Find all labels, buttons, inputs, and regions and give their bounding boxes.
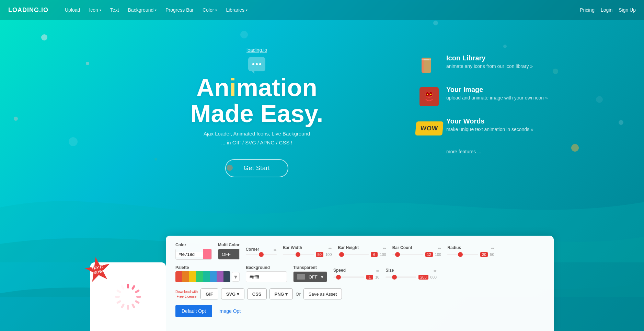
transparent-label: Transparent [293, 265, 327, 270]
speed-label: Speed [333, 268, 346, 273]
size-slider: 200 800 [386, 275, 437, 280]
bar-count-max: 100 [435, 252, 441, 257]
radius-label: Radius [447, 245, 461, 250]
hero-section: loading.io Animation Made Easy. [0, 0, 644, 331]
bar-count-label: Bar Count [392, 245, 412, 250]
or-text: Or [296, 292, 300, 297]
panel-row-1: Color Multi Color OFF [175, 243, 544, 260]
edit-icon[interactable]: ✏ [491, 246, 494, 251]
transparent-field: Transparent OFF ▾ [293, 265, 327, 282]
palette-swatch-color[interactable] [210, 271, 217, 282]
color-swatch[interactable] [203, 249, 211, 260]
radius-field: Radius ✏ 20 50 [447, 245, 494, 257]
nav-right: Pricing Login Sign Up [580, 7, 636, 13]
palette-swatches [175, 271, 230, 282]
color-field: Color [175, 243, 212, 260]
chat-dot [259, 63, 261, 65]
nav-pricing[interactable]: Pricing [580, 7, 595, 13]
color-input-wrapper [175, 249, 212, 260]
default-opt-button[interactable]: Default Opt [175, 305, 212, 317]
svg-point-8 [430, 94, 432, 95]
edit-icon[interactable]: ✏ [329, 246, 332, 251]
nav-link-progress-bar[interactable]: Progress Bar [161, 5, 198, 15]
bar-count-slider-input[interactable] [392, 254, 423, 255]
spinner-preview: TRY ITNOW [90, 262, 166, 331]
nav-signup[interactable]: Sign Up [619, 7, 636, 13]
edit-icon[interactable]: ✏ [376, 269, 379, 273]
deco-dot [433, 21, 438, 25]
png-download-button[interactable]: PNG ▾ [269, 288, 293, 299]
palette-swatch-color[interactable] [182, 271, 189, 282]
nav-link-icon[interactable]: Icon ▾ [85, 5, 105, 15]
nav-link-text[interactable]: Text [106, 5, 123, 15]
svg-point-4 [422, 89, 437, 104]
nav-login[interactable]: Login [601, 7, 612, 13]
svg-point-7 [427, 94, 428, 95]
edit-icon[interactable]: ✏ [434, 269, 437, 273]
bar-width-value: 50 [316, 252, 323, 257]
image-opt-button[interactable]: Image Opt [218, 308, 241, 314]
nav-link-color[interactable]: Color ▾ [198, 5, 221, 15]
download-label: Download with Free License [175, 289, 198, 299]
speed-slider-input[interactable] [333, 276, 364, 278]
highlight-letter: i [229, 74, 236, 101]
loading-io-link[interactable]: loading.io [246, 47, 267, 53]
size-value: 200 [418, 275, 428, 280]
controls-panel: Color Multi Color OFF [166, 236, 554, 331]
edit-icon[interactable]: ✏ [438, 246, 441, 251]
svg-rect-20 [120, 285, 125, 290]
save-asset-button[interactable]: Save as Asset [303, 288, 342, 299]
panel-row-3: Default Opt Image Opt [175, 305, 544, 317]
palette-swatch-color[interactable] [203, 271, 210, 282]
size-slider-input[interactable] [386, 276, 416, 278]
gif-download-button[interactable]: GIF [200, 288, 218, 299]
palette-swatch-color[interactable] [196, 271, 203, 282]
palette-swatch-color[interactable] [217, 271, 223, 282]
multi-color-field: Multi Color OFF [218, 243, 240, 260]
hero-main: loading.io Animation Made Easy. [95, 40, 549, 177]
color-text-input[interactable] [176, 252, 203, 257]
svg-rect-17 [116, 300, 122, 304]
corner-slider-input[interactable] [246, 254, 277, 255]
deco-dot [619, 120, 623, 125]
background-label: Background [246, 265, 287, 270]
feature-your-words: WOW Your Words make unique text animatio… [418, 117, 549, 139]
nav-link-upload[interactable]: Upload [61, 5, 84, 15]
bar-width-slider: 50 100 [283, 252, 332, 257]
deco-dot [596, 96, 603, 103]
nav-logo[interactable]: LOADING.IO [8, 7, 48, 14]
palette-swatch-color[interactable] [223, 271, 230, 282]
edit-icon[interactable]: ✏ [383, 246, 386, 251]
palette-swatch-color[interactable] [189, 271, 196, 282]
try-it-badge: TRY ITNOW [83, 255, 113, 285]
color-label: Color [175, 243, 212, 247]
speed-max: 10 [375, 275, 379, 279]
your-words-icon: WOW [418, 117, 440, 139]
deco-dot [69, 137, 78, 146]
edit-icon[interactable]: ✏ [274, 248, 277, 252]
nav-link-background[interactable]: Background ▾ [124, 5, 161, 15]
size-max: 800 [430, 275, 437, 279]
multi-color-button[interactable]: OFF [218, 249, 240, 260]
bar-width-max: 100 [325, 252, 332, 257]
svg-rect-13 [135, 300, 140, 304]
chat-dot [252, 63, 254, 65]
get-start-button[interactable]: Get Start [225, 159, 289, 177]
palette-expand-button[interactable]: ▾ [232, 272, 240, 282]
more-features-link[interactable]: more features ... [446, 149, 549, 154]
bar-height-slider-input[interactable] [338, 254, 369, 255]
transparent-button[interactable]: OFF ▾ [293, 271, 327, 282]
css-download-button[interactable]: CSS [247, 288, 267, 299]
bar-width-slider-input[interactable] [283, 254, 314, 255]
panel-container: TRY ITNOW [90, 236, 554, 331]
palette-swatch-color[interactable] [175, 271, 182, 282]
radius-slider-input[interactable] [447, 254, 478, 255]
corner-label: Corner [246, 247, 259, 252]
hero-title: Animation Made Easy. [191, 75, 323, 127]
chat-icon-wrapper [248, 57, 265, 71]
svg-rect-19 [116, 289, 122, 293]
nav-link-libraries[interactable]: Libraries ▾ [222, 5, 252, 15]
svg-download-button[interactable]: SVG ▾ [221, 288, 244, 299]
background-input[interactable] [246, 271, 287, 282]
chat-dots [252, 63, 261, 65]
